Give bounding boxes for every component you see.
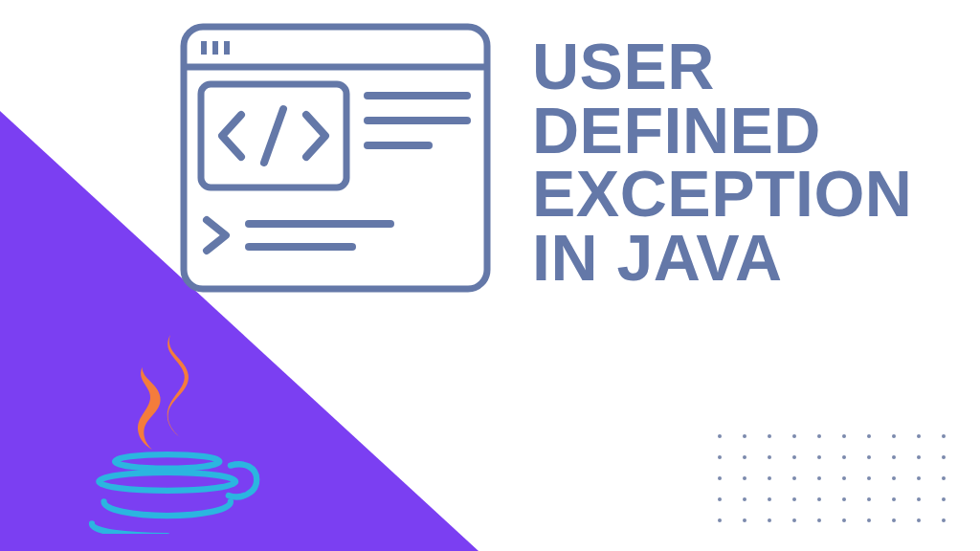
page-title: USER DEFINED EXCEPTION IN JAVA — [532, 34, 912, 290]
svg-point-0 — [115, 454, 219, 469]
title-line-2: DEFINED — [532, 99, 912, 163]
svg-rect-5 — [212, 41, 218, 55]
decorative-dot-grid — [718, 434, 946, 522]
svg-rect-4 — [201, 41, 207, 55]
svg-rect-6 — [224, 41, 230, 55]
java-logo-icon — [72, 333, 273, 534]
svg-line-8 — [264, 109, 283, 163]
svg-point-1 — [99, 473, 235, 491]
title-line-1: USER — [532, 34, 912, 99]
title-line-3: EXCEPTION — [532, 162, 912, 226]
code-window-icon — [180, 23, 491, 293]
title-line-4: IN JAVA — [532, 226, 912, 290]
